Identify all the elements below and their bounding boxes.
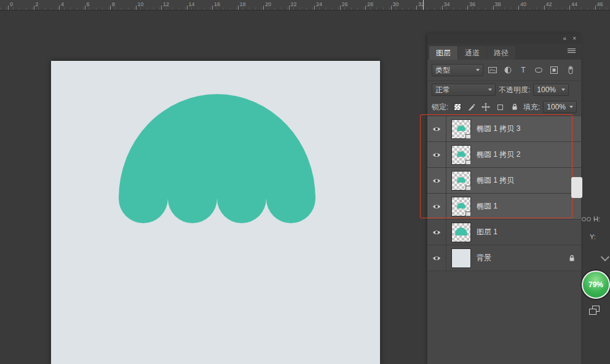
- chevron-down-icon[interactable]: [601, 253, 609, 261]
- collapse-panel-icon[interactable]: «: [563, 34, 567, 44]
- layer-row[interactable]: 椭圆 1 拷贝 2: [427, 142, 581, 168]
- adjustment-layer-filter-icon[interactable]: [502, 64, 514, 76]
- ruler-tick: [110, 6, 111, 10]
- visibility-toggle[interactable]: [427, 168, 446, 193]
- chevron-down-icon: [561, 89, 565, 91]
- ruler-tick: [467, 6, 468, 10]
- lock-label: 锁定:: [432, 102, 448, 113]
- teal-scallop-shape: [266, 174, 315, 223]
- lock-row: 锁定: 填充: 100%: [427, 98, 581, 116]
- ruler-number: 20: [265, 1, 271, 7]
- tab-channels[interactable]: 通道: [458, 46, 486, 60]
- panel-menu-icon[interactable]: [568, 49, 576, 54]
- shape-layer-filter-icon[interactable]: [533, 64, 545, 76]
- fill-value: 100%: [547, 103, 566, 111]
- ruler-number: 10: [138, 1, 144, 7]
- close-panel-icon[interactable]: ×: [572, 34, 576, 44]
- eye-icon: [432, 178, 441, 184]
- teal-scallop-shape: [217, 174, 266, 223]
- opacity-value: 100%: [537, 85, 556, 94]
- smart-object-filter-icon[interactable]: [548, 64, 560, 76]
- tab-paths[interactable]: 路径: [487, 46, 515, 60]
- progress-badge[interactable]: 79%: [582, 271, 610, 299]
- ruler-number: 28: [367, 1, 373, 7]
- filter-type-select[interactable]: 类型: [432, 64, 483, 76]
- vector-mask-badge: [465, 186, 471, 191]
- layer-thumbnail[interactable]: [452, 197, 470, 216]
- lock-pixels-brush-icon[interactable]: [466, 101, 477, 113]
- ruler-tick: [263, 6, 264, 10]
- photoshop-window: 0246810121416182022242628303234363840424…: [0, 0, 610, 364]
- copy-overlay-icon[interactable]: [588, 304, 603, 318]
- document-canvas[interactable]: [51, 61, 380, 364]
- layer-thumbnail[interactable]: [452, 146, 470, 164]
- fill-select[interactable]: 100%: [543, 101, 577, 113]
- layer-thumbnail[interactable]: [452, 172, 470, 190]
- layer-thumbnail[interactable]: [452, 223, 470, 242]
- ruler-number: 24: [316, 1, 322, 7]
- layer-filter-row: 类型 T: [427, 60, 581, 81]
- ruler-number: 2: [36, 1, 39, 7]
- type-layer-filter-icon[interactable]: T: [517, 64, 529, 76]
- ruler-number: 46: [597, 1, 603, 7]
- ruler-number: 36: [469, 1, 475, 7]
- panel-title-bar: « ×: [427, 34, 581, 44]
- pixel-layer-filter-icon[interactable]: [486, 64, 499, 76]
- ruler-number: 34: [444, 1, 450, 7]
- visibility-toggle[interactable]: [427, 142, 446, 167]
- vector-mask-badge: [465, 160, 471, 165]
- ruler-tick: [569, 6, 570, 10]
- ruler-tick: [365, 6, 366, 10]
- ruler-tick: [212, 6, 213, 10]
- lock-transparency-icon[interactable]: [451, 101, 462, 113]
- ruler-number: 38: [495, 1, 501, 7]
- layer-row[interactable]: 背景: [427, 245, 581, 271]
- collapsed-panel-tab[interactable]: [571, 177, 582, 198]
- lock-position-move-icon[interactable]: [480, 101, 491, 113]
- height-field-label: H:: [582, 215, 600, 223]
- ruler-tick: [314, 6, 315, 10]
- lock-all-icon[interactable]: [509, 101, 520, 113]
- link-icon: [587, 217, 591, 221]
- ruler-number: 30: [393, 1, 399, 7]
- layer-name: 椭圆 1 拷贝 3: [477, 124, 520, 134]
- ruler-tick: [391, 6, 392, 10]
- filter-toggle-icon[interactable]: [564, 64, 577, 76]
- layer-row[interactable]: 椭圆 1 拷贝: [427, 168, 581, 194]
- ruler-tick: [289, 6, 290, 10]
- ruler-tick: [136, 6, 137, 10]
- ruler-number: 4: [61, 1, 64, 7]
- layer-name: 椭圆 1 拷贝 2: [477, 149, 520, 160]
- ruler-number: 32: [418, 1, 424, 7]
- layer-list: 椭圆 1 拷贝 3 椭圆 1 拷贝 2 椭圆 1 拷贝: [427, 116, 581, 364]
- visibility-toggle[interactable]: [427, 245, 446, 271]
- ruler-tick: [187, 6, 188, 10]
- visibility-toggle[interactable]: [427, 194, 446, 219]
- layer-row[interactable]: 椭圆 1 拷贝 3: [427, 116, 581, 142]
- teal-scallop-shape: [119, 174, 168, 223]
- horizontal-ruler: 0246810121416182022242628303234363840424…: [0, 0, 610, 10]
- ruler-number: 18: [240, 1, 246, 7]
- eye-icon: [432, 229, 441, 235]
- chevron-down-icon: [488, 89, 492, 91]
- blend-mode-select[interactable]: 正常: [432, 84, 496, 96]
- layer-thumbnail[interactable]: [452, 249, 470, 267]
- eye-icon: [432, 126, 441, 132]
- layer-name: 椭圆 1 拷贝: [477, 175, 514, 186]
- visibility-toggle[interactable]: [427, 116, 446, 141]
- background-lock-icon: [569, 255, 575, 262]
- eye-icon: [432, 152, 441, 158]
- lock-artboard-icon[interactable]: [494, 101, 505, 113]
- layer-thumbnail[interactable]: [452, 120, 470, 138]
- filter-type-label: 类型: [435, 65, 450, 76]
- visibility-toggle[interactable]: [427, 220, 446, 245]
- tab-layers[interactable]: 图层: [429, 46, 457, 60]
- layer-row[interactable]: 椭圆 1: [427, 194, 581, 220]
- svg-text:T: T: [521, 66, 526, 74]
- ruler-number: 22: [291, 1, 297, 7]
- opacity-select[interactable]: 100%: [533, 84, 569, 96]
- ruler-number: 6: [87, 1, 90, 7]
- eye-icon: [432, 204, 441, 210]
- opacity-label: 不透明度:: [499, 85, 530, 95]
- layer-row[interactable]: 图层 1: [427, 220, 581, 245]
